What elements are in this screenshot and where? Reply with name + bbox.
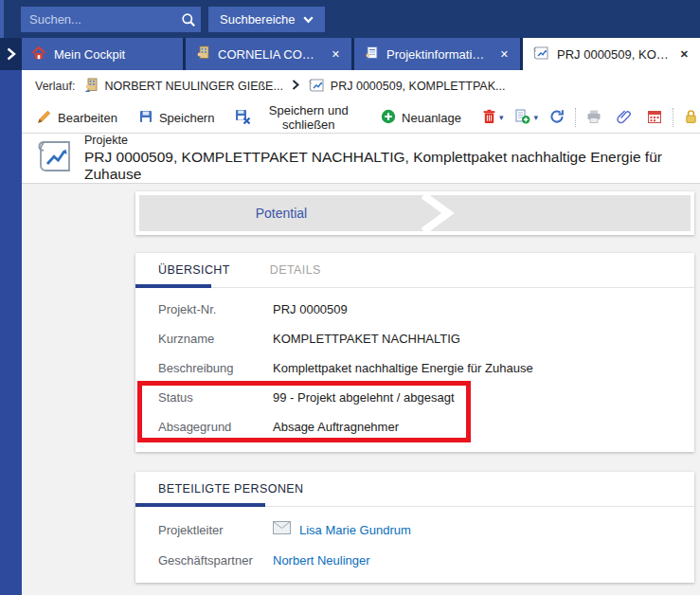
field-value: Absage Auftragnehmer [273, 420, 399, 434]
expand-panel-button[interactable] [0, 38, 22, 70]
tab-bar: Mein Cockpit CORNELIA COMPLE... Projekti… [0, 38, 700, 70]
lock-icon [684, 109, 698, 127]
tab-prj-0000509[interactable]: PRJ 0000509, KOMPL... [523, 38, 700, 70]
mail-icon[interactable] [273, 521, 291, 538]
project-icon [35, 138, 73, 178]
save-icon [138, 109, 153, 127]
person-link[interactable]: Norbert Neulinger [273, 553, 370, 568]
new-record-button[interactable]: Neuanlage [379, 105, 463, 131]
record-header: Projekte PRJ 0000509, KOMPLETTPAKET NACH… [22, 134, 700, 184]
field-list: Projektleiter Lisa Marie Gundrum Geschäf… [135, 507, 694, 575]
tab-cornelia-contact[interactable]: CORNELIA COMPLE... [186, 38, 351, 70]
delete-button[interactable] [480, 106, 498, 130]
window-edge [0, 0, 4, 38]
field-value: KOMPLETTPAKET NACHHALTIG [273, 332, 460, 346]
field-row-geschaeftspartner: Geschäftspartner Norbert Neulinger [135, 545, 694, 575]
button-label: Speichern [159, 111, 215, 125]
lock-button[interactable] [682, 106, 700, 130]
tab-beteiligte-personen[interactable]: BETEILIGTE PERSONEN [158, 482, 303, 496]
project-icon [532, 45, 549, 63]
phase-chevron-icon [420, 195, 454, 231]
phase-banner[interactable]: Potential [135, 191, 694, 235]
field-label: Kurzname [158, 332, 273, 346]
chevron-right-icon [292, 80, 299, 93]
save-close-icon [235, 109, 251, 127]
field-value: Komplettpaket nachhaltige Energie für Zu… [273, 361, 533, 375]
chevron-down-icon [303, 12, 314, 27]
save-close-button[interactable]: Speichern und schließen [233, 99, 362, 135]
phase-label: Potential [139, 195, 423, 231]
delete-dropdown-caret[interactable] [498, 111, 505, 124]
breadcrumb-text: NORBERT NEULINGER GIEßE... [104, 80, 282, 93]
breadcrumb: Verlauf: NORBERT NEULINGER GIEßE... PRJ … [22, 70, 700, 102]
overview-card: ÜBERSICHT DETAILS Projekt-Nr. PRJ 000050… [135, 253, 694, 452]
record-type-label: Projekte [84, 134, 700, 147]
print-button[interactable] [584, 106, 603, 130]
add-icon [381, 109, 396, 127]
search-scope-button[interactable]: Suchbereiche [208, 7, 325, 32]
calendar-button[interactable] [645, 106, 664, 130]
button-label: Speichern und schließen [257, 103, 360, 132]
close-icon[interactable] [678, 47, 691, 62]
copy-add-icon [514, 109, 530, 127]
chevron-right-icon [6, 47, 17, 61]
person-link[interactable]: Lisa Marie Gundrum [299, 523, 411, 537]
tab-mein-cockpit[interactable]: Mein Cockpit [22, 38, 183, 70]
field-label: Geschäftspartner [158, 553, 273, 568]
breadcrumb-item-contact[interactable]: NORBERT NEULINGER GIEßE... [83, 78, 282, 96]
search-scope-label: Suchbereiche [220, 12, 296, 27]
contact-icon [195, 45, 210, 63]
search-box[interactable] [21, 7, 201, 32]
contact-icon [83, 78, 99, 96]
content-area: Potential ÜBERSICHT DETAILS Projekt-Nr. … [22, 184, 700, 595]
field-list: Projekt-Nr. PRJ 0000509 Kurzname KOMPLET… [135, 288, 694, 442]
breadcrumb-item-project[interactable]: PRJ 0000509, KOMPLETTPAK... [308, 78, 506, 96]
field-label: Status [158, 390, 273, 405]
search-icon[interactable] [176, 7, 201, 32]
tab-label: CORNELIA COMPLE... [218, 47, 322, 62]
field-row: Beschreibung Komplettpaket nachhaltige E… [135, 353, 694, 383]
pencil-icon [37, 109, 52, 127]
close-icon[interactable] [330, 47, 342, 62]
tab-details[interactable]: DETAILS [270, 263, 321, 277]
tab-label: Mein Cockpit [54, 47, 173, 62]
paperclip-icon [617, 109, 632, 127]
attachment-button[interactable] [615, 106, 634, 130]
field-label: Absagegrund [158, 420, 273, 434]
field-row-projektleiter: Projektleiter Lisa Marie Gundrum [135, 514, 694, 545]
report-icon [364, 45, 379, 63]
tab-label: PRJ 0000509, KOMPL... [557, 47, 671, 62]
copy-dropdown-caret[interactable] [532, 111, 539, 124]
toolbar-separator [673, 108, 673, 127]
tab-uebersicht[interactable]: ÜBERSICHT [158, 263, 230, 277]
breadcrumb-text: PRJ 0000509, KOMPLETTPAK... [331, 80, 506, 93]
topbar: Suchbereiche [0, 0, 700, 38]
tab-label: Projektinformatione... [386, 47, 491, 62]
print-icon [586, 109, 601, 127]
field-value: 99 - Projekt abgelehnt / abgesagt [273, 390, 455, 405]
card-tab-bar: BETEILIGTE PERSONEN [135, 472, 694, 507]
field-row: Projekt-Nr. PRJ 0000509 [135, 295, 694, 324]
project-icon [308, 78, 325, 96]
toolbar-separator [575, 108, 576, 127]
copy-button[interactable] [512, 106, 532, 130]
field-value: PRJ 0000509 [273, 302, 348, 316]
calendar-icon [647, 109, 662, 127]
toolbar: Bearbeiten Speichern Speichern und schli… [22, 102, 700, 134]
search-input[interactable] [21, 12, 176, 27]
edit-button[interactable]: Bearbeiten [35, 105, 119, 131]
home-icon [31, 45, 46, 63]
refresh-button[interactable] [547, 106, 566, 130]
button-label: Neuanlage [402, 111, 461, 125]
field-row-absagegrund: Absagegrund Absage Auftragnehmer [135, 412, 694, 442]
persons-card: BETEILIGTE PERSONEN Projektleiter Lisa M… [135, 472, 694, 583]
card-tab-bar: ÜBERSICHT DETAILS [135, 253, 694, 288]
delete-icon [482, 109, 496, 127]
save-button[interactable]: Speichern [136, 105, 217, 131]
close-icon[interactable] [498, 47, 511, 62]
field-label: Beschreibung [158, 361, 273, 375]
refresh-icon [549, 109, 565, 127]
tab-projektinformationen[interactable]: Projektinformatione... [354, 38, 520, 70]
active-tab-underline [135, 284, 211, 288]
field-label: Projektleiter [158, 523, 273, 537]
